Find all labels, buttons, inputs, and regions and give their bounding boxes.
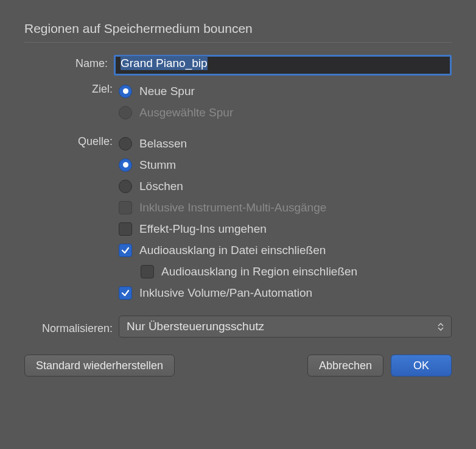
check-audio-region-label: Audioausklang in Region einschließen: [161, 265, 357, 278]
cancel-button[interactable]: Abbrechen: [307, 355, 383, 377]
normalisieren-value: Nur Übersteuerungsschutz: [127, 320, 264, 333]
quelle-radio-stumm[interactable]: [119, 158, 132, 172]
check-volume-pan-label: Inklusive Volume/Pan-Automation: [139, 286, 312, 300]
normalisieren-select[interactable]: Nur Übersteuerungsschutz: [119, 316, 452, 338]
check-volume-pan[interactable]: [119, 286, 132, 300]
normalisieren-label: Normalisieren:: [24, 319, 119, 335]
check-audio-datei[interactable]: [119, 244, 132, 257]
name-input[interactable]: Grand Piano_bip: [114, 55, 452, 76]
ziel-radio-neue-spur[interactable]: [119, 85, 132, 98]
ziel-label: Ziel:: [24, 80, 119, 96]
quelle-option-loeschen: Löschen: [139, 180, 183, 193]
check-multi-ausgaenge-label: Inklusive Instrument-Multi-Ausgänge: [139, 201, 326, 214]
quelle-option-stumm: Stumm: [139, 158, 176, 172]
quelle-radio-loeschen[interactable]: [119, 180, 132, 193]
restore-defaults-button[interactable]: Standard wiederherstellen: [24, 355, 175, 377]
check-plugins-umgehen-label: Effekt-Plug-Ins umgehen: [139, 222, 267, 236]
check-audio-datei-label: Audioausklang in Datei einschließen: [139, 244, 326, 257]
name-label: Name:: [24, 55, 114, 70]
check-multi-ausgaenge: [119, 201, 132, 214]
chevron-updown-icon: [438, 323, 444, 331]
name-input-value: Grand Piano_bip: [121, 56, 208, 70]
ok-button[interactable]: OK: [391, 355, 452, 377]
ziel-radio-ausgewaehlte-spur: [119, 106, 132, 119]
check-audio-region[interactable]: [141, 265, 154, 278]
quelle-radio-belassen[interactable]: [119, 137, 132, 150]
dialog-title: Regionen auf Speichermedium bouncen: [24, 21, 452, 43]
ziel-option-neue-spur: Neue Spur: [139, 85, 195, 98]
check-plugins-umgehen[interactable]: [119, 222, 132, 236]
quelle-label: Quelle:: [24, 133, 119, 148]
ziel-option-ausgewaehlte-spur: Ausgewählte Spur: [139, 106, 233, 119]
quelle-option-belassen: Belassen: [139, 137, 187, 150]
